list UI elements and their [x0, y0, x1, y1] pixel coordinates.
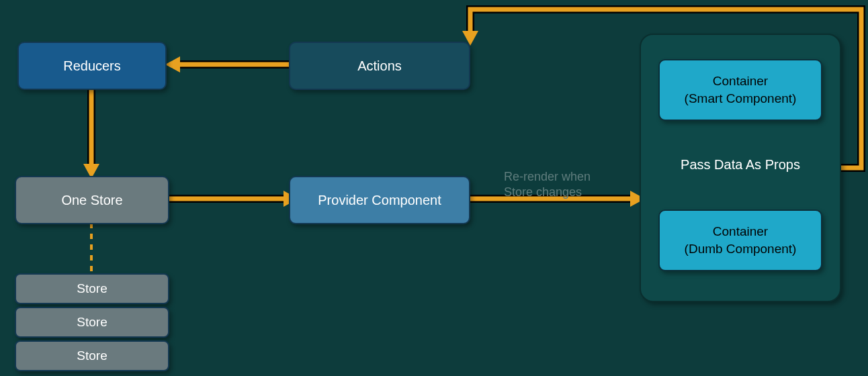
- store-stack-item: Store: [15, 340, 169, 371]
- actions-node: Actions: [289, 42, 470, 90]
- reducers-label: Reducers: [63, 57, 121, 75]
- store-stack-item: Store: [15, 273, 169, 304]
- dumb-container-node: Container (Dumb Component): [658, 209, 822, 271]
- store-label: Store: [77, 314, 107, 331]
- smart-line2: (Smart Component): [685, 91, 797, 105]
- store-label: Store: [77, 347, 107, 365]
- actions-label: Actions: [357, 57, 402, 75]
- reducers-node: Reducers: [17, 42, 167, 90]
- dumb-container-label: Container (Dumb Component): [685, 223, 797, 257]
- smart-line1: Container: [713, 74, 768, 88]
- one-store-label: One Store: [61, 191, 122, 209]
- provider-node: Provider Component: [289, 176, 470, 224]
- provider-label: Provider Component: [318, 191, 441, 209]
- rerender-line2: Store changes: [504, 185, 582, 199]
- store-stack-item: Store: [15, 307, 169, 338]
- dumb-line1: Container: [713, 224, 768, 238]
- store-label: Store: [77, 280, 107, 297]
- rerender-label: Re-render when Store changes: [504, 169, 591, 199]
- smart-container-label: Container (Smart Component): [685, 73, 797, 107]
- props-label: Pass Data As Props: [666, 157, 814, 173]
- svg-marker-2: [165, 56, 180, 73]
- one-store-node: One Store: [15, 176, 169, 224]
- dumb-line2: (Dumb Component): [685, 242, 797, 256]
- rerender-line1: Re-render when: [504, 170, 591, 183]
- smart-container-node: Container (Smart Component): [658, 59, 822, 121]
